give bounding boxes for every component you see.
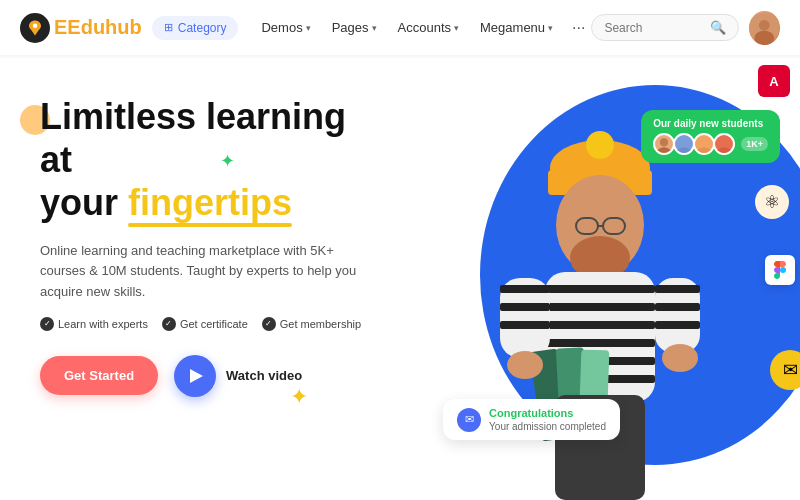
students-card: Our daily new students 1K+ [641, 110, 780, 163]
svg-rect-14 [545, 285, 655, 293]
avatar[interactable] [749, 11, 780, 45]
nav-demos[interactable]: Demos ▾ [253, 16, 318, 39]
svg-point-0 [33, 23, 38, 28]
svg-point-38 [677, 147, 692, 153]
check-icon [262, 317, 276, 331]
atom-badge: ⚛ [755, 185, 789, 219]
svg-point-7 [586, 131, 614, 159]
svg-rect-22 [500, 303, 550, 311]
deco-star-yellow: ✦ [290, 384, 308, 410]
students-card-label: Our daily new students [653, 118, 768, 129]
svg-point-3 [755, 30, 775, 44]
search-button[interactable]: 🔍 [710, 20, 726, 35]
more-options[interactable]: ··· [566, 15, 591, 41]
svg-rect-15 [545, 303, 655, 311]
mini-avatar [673, 133, 695, 155]
students-avatars: 1K+ [653, 133, 768, 155]
svg-point-2 [759, 19, 770, 30]
search-bar: 🔍 [591, 14, 739, 41]
svg-rect-27 [655, 321, 700, 329]
svg-point-35 [660, 138, 668, 146]
envelope-icon: ✉ [457, 408, 481, 432]
nav-pages[interactable]: Pages ▾ [324, 16, 385, 39]
svg-point-39 [700, 138, 708, 146]
congrats-title: Congratulations [489, 407, 606, 419]
svg-rect-25 [655, 285, 700, 293]
grid-icon: ⊞ [164, 21, 173, 34]
figma-icon [765, 255, 795, 285]
svg-point-31 [507, 351, 543, 379]
figma-badge [765, 255, 795, 285]
svg-point-42 [717, 147, 732, 153]
title-highlight: fingertips [128, 181, 292, 224]
svg-point-36 [657, 147, 672, 153]
watch-video-button[interactable]: Watch video [174, 355, 302, 397]
svg-rect-16 [545, 321, 655, 329]
svg-point-37 [680, 138, 688, 146]
chevron-down-icon: ▾ [548, 23, 553, 33]
brand-name: EEduhub [54, 16, 142, 39]
hero-buttons: Get Started Watch video [40, 355, 370, 397]
svg-point-34 [780, 267, 786, 273]
svg-point-41 [720, 138, 728, 146]
play-icon [174, 355, 216, 397]
category-button[interactable]: ⊞ Category [152, 16, 239, 40]
angular-badge: A [758, 65, 790, 97]
get-started-button[interactable]: Get Started [40, 356, 158, 395]
hero-tags: Learn with experts Get certificate Get m… [40, 317, 370, 331]
nav-links: Demos ▾ Pages ▾ Accounts ▾ Megamenu ▾ ··… [253, 15, 591, 41]
mini-avatar [713, 133, 735, 155]
tag-membership: Get membership [262, 317, 361, 331]
chevron-down-icon: ▾ [372, 23, 377, 33]
atom-icon: ⚛ [755, 185, 789, 219]
logo-icon [20, 13, 50, 43]
congrats-row: ✉ Congratulations Your admission complet… [457, 407, 606, 432]
hero-title: Limitless learning at your fingertips [40, 95, 370, 225]
nav-accounts[interactable]: Accounts ▾ [390, 16, 467, 39]
student-count: 1K+ [741, 137, 768, 151]
search-input[interactable] [604, 21, 704, 35]
svg-point-40 [697, 147, 712, 153]
check-icon [162, 317, 176, 331]
logo[interactable]: EEduhub [20, 13, 142, 43]
mini-avatar [693, 133, 715, 155]
hero-content: Limitless learning at your fingertips On… [0, 55, 400, 500]
chevron-down-icon: ▾ [454, 23, 459, 33]
tag-certificate: Get certificate [162, 317, 248, 331]
congrats-desc: Your admission completed [489, 421, 606, 432]
tag-learn: Learn with experts [40, 317, 148, 331]
congratulations-card: ✉ Congratulations Your admission complet… [443, 399, 620, 440]
svg-rect-26 [655, 303, 700, 311]
angular-icon: A [758, 65, 790, 97]
navbar: EEduhub ⊞ Category Demos ▾ Pages ▾ Accou… [0, 0, 800, 55]
svg-point-32 [662, 344, 698, 372]
nav-megamenu[interactable]: Megamenu ▾ [472, 16, 561, 39]
svg-rect-21 [500, 285, 550, 293]
hero-visual: A ⚛ 💡 ✉ Our daily ne [370, 55, 800, 500]
svg-rect-17 [545, 339, 655, 347]
mini-avatar [653, 133, 675, 155]
svg-rect-23 [500, 321, 550, 329]
hero-section: ✦ ✦ Limitless learning at your fingertip… [0, 55, 800, 500]
hero-description: Online learning and teaching marketplace… [40, 241, 360, 303]
check-icon [40, 317, 54, 331]
chevron-down-icon: ▾ [306, 23, 311, 33]
